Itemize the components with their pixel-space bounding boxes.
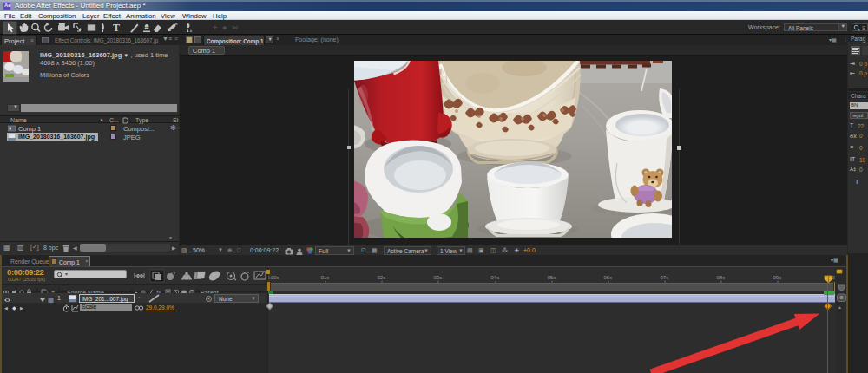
svg-text:01s: 01s <box>321 275 330 280</box>
svg-text:04s: 04s <box>491 275 500 280</box>
svg-text:02s: 02s <box>378 275 386 280</box>
svg-text:T: T <box>113 22 120 34</box>
svg-text:0:00s: 0:00s <box>268 275 279 280</box>
svg-text:.: . <box>121 28 122 33</box>
svg-text:08s: 08s <box>717 275 726 280</box>
svg-text:07s: 07s <box>661 275 669 280</box>
svg-text:03s: 03s <box>434 275 443 280</box>
svg-text:05s: 05s <box>548 275 556 280</box>
svg-text:06s: 06s <box>604 275 613 280</box>
svg-text:09s: 09s <box>773 275 782 280</box>
